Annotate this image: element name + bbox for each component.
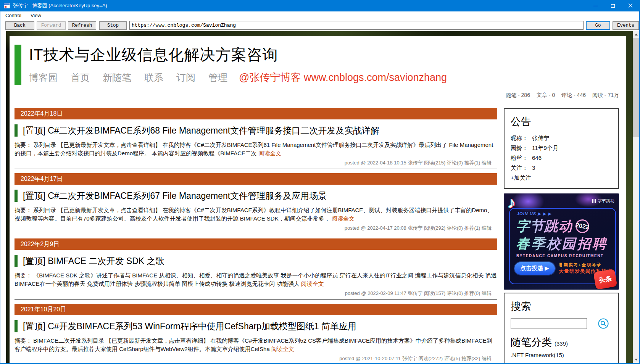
ad-subtitle-en: BYTEDANCE CAMPUS RECRUITMENT (516, 254, 604, 258)
category-header: 随笔分类 (339) (511, 335, 612, 349)
post-date-header: 2021年10月20日 (15, 304, 497, 315)
announcement-item: 粉丝： 646 (511, 153, 612, 163)
announcement-label: 粉丝： (511, 153, 532, 163)
url-input[interactable] (129, 21, 584, 30)
events-button[interactable]: Events (613, 21, 639, 30)
post-date-header: 2022年2月9日 (15, 238, 497, 250)
post-divider (15, 299, 497, 300)
bytedance-logo-icon (592, 199, 596, 203)
nav-link[interactable]: 博客园 (29, 70, 58, 85)
post-title-link[interactable]: [置顶] C#开发BIMFACE系列53 WinForm程序中使用CefShar… (15, 320, 497, 332)
scroll-thumb[interactable] (633, 38, 639, 137)
bytedance-logo-text: 字节跳动 (598, 198, 614, 204)
announcement-label: 园龄： (511, 143, 532, 153)
ad-cta-button[interactable]: 点击投递 ▶ (514, 262, 555, 275)
scroll-up-icon[interactable] (633, 31, 639, 38)
ad-title-row: 字节跳动 2022 (516, 218, 589, 235)
follow-link[interactable]: +加关注 (511, 173, 612, 183)
title-bar: 张传宁 - 博客园 (AcceleratorKeyUp key=A) (0, 0, 639, 11)
window-controls (587, 0, 639, 11)
post-list: 2022年4月18日 [置顶] C#二次开发BIMFACE系列68 File M… (15, 108, 497, 363)
post-entry: 2022年2月9日 [置顶] BIMFACE 二次开发 SDK 之歌 摘要： 《… (15, 238, 497, 300)
category-item[interactable]: .NET Standard(10) (511, 361, 612, 363)
post-meta: posted @ 2022-02-09 11:47 张传宁 阅读(157) 评论… (15, 290, 497, 296)
go-button[interactable]: Go (586, 21, 610, 30)
announcement-label: 昵称： (511, 133, 532, 143)
maximize-icon (611, 4, 615, 8)
announcement-panel: 公告 昵称： 张传宁 园龄： 11年9个月 (504, 108, 619, 189)
post-title-link[interactable]: [置顶] C#二次开发BIMFACE系列68 File Management文件… (15, 124, 497, 137)
ad-year-badge: 2022 (574, 218, 590, 234)
read-more-link[interactable]: 阅读全文 (258, 150, 281, 156)
ad-title-line1: 字节跳动 (516, 218, 572, 235)
search-row (511, 318, 612, 329)
refresh-button[interactable]: Refresh (68, 21, 96, 30)
scroll-down-icon[interactable] (633, 356, 639, 363)
blog-header: IT技术与企业级信息化解决方案咨询 博客园首页新随笔联系订阅管理 @张传宁博客 … (15, 45, 619, 85)
post-title-link[interactable]: [置顶] BIMFACE 二次开发 SDK 之歌 (15, 255, 497, 267)
post-entry: 2022年4月18日 [置顶] C#二次开发BIMFACE系列68 File M… (15, 108, 497, 169)
bytedance-logo: 字节跳动 (592, 198, 614, 204)
announcement-value: 张传宁 (532, 133, 549, 143)
watermark-text: @张传宁博客 www.cnblogs.com/savionzhang (239, 70, 447, 85)
app-icon (4, 3, 10, 8)
search-icon[interactable] (598, 318, 609, 329)
post-meta: posted @ 2021-10-20 07:11 张传宁 阅读(2272) 评… (15, 356, 497, 362)
menu-bar: Control View (1, 11, 639, 19)
post-summary-text: 摘要： BIMFACE二次开发系列目录 【已更新最新开发文章，点击查看详细】 在… (15, 337, 492, 352)
category-item[interactable]: .NET Framework(15) (511, 351, 612, 360)
announcement-item: 关注： 3 (511, 163, 612, 173)
announcement-value: 646 (532, 153, 542, 163)
maximize-button[interactable] (604, 0, 622, 11)
close-icon (628, 3, 633, 8)
post-date-header: 2022年4月18日 (15, 108, 497, 119)
blog-stats: 随笔 - 286文章 - 0评论 - 446阅读 - 71万 (15, 92, 619, 99)
nav-link[interactable]: 新随笔 (103, 70, 131, 85)
announcement-list: 昵称： 张传宁 园龄： 11年9个月 粉丝： 646 (511, 133, 612, 173)
menu-item-control[interactable]: Control (1, 11, 26, 19)
post-divider (15, 169, 497, 169)
post-divider (15, 234, 497, 234)
toutiao-badge: 头条 (593, 269, 617, 290)
read-more-link[interactable]: 阅读全文 (301, 280, 324, 287)
blog-page: IT技术与企业级信息化解决方案咨询 博客园首页新随笔联系订阅管理 @张传宁博客 … (10, 36, 626, 363)
sidebar: 公告 昵称： 张传宁 园龄： 11年9个月 (504, 108, 619, 363)
post-summary: 摘要： BIMFACE二次开发系列目录 【已更新最新开发文章，点击查看详细】 在… (15, 337, 497, 353)
read-more-link[interactable]: 阅读全文 (271, 346, 294, 352)
category-title: 随笔分类 (511, 335, 552, 349)
nav-link[interactable]: 管理 (208, 70, 227, 85)
ad-promo-line1: 暑期实习+全职补录 (559, 262, 612, 268)
browser-viewport: IT技术与企业级信息化解决方案咨询 博客园首页新随笔联系订阅管理 @张传宁博客 … (6, 31, 639, 363)
close-button[interactable] (622, 0, 639, 11)
category-count: (339) (555, 340, 568, 347)
read-more-link[interactable]: 阅读全文 (332, 215, 355, 222)
post-meta: posted @ 2022-04-17 20:08 张传宁 阅读(292) 评论… (15, 225, 497, 231)
announcement-title: 公告 (511, 115, 612, 129)
post-summary: 摘要： 系列目录 【已更新最新开发文章，点击查看详细】 在我的博客《C#二次开发… (15, 206, 497, 222)
scrollbar[interactable] (633, 31, 639, 363)
ad-banner[interactable]: ♪ 字节跳动 JOIN US ▶ ▶ ▶ 字节跳动 2022 春季校园招聘 BY… (504, 193, 619, 290)
window-title: 张传宁 - 博客园 (AcceleratorKeyUp key=A) (13, 2, 107, 9)
stat-item: 文章 - 0 (537, 92, 555, 99)
post-entry: 2021年10月20日 [置顶] C#开发BIMFACE系列53 WinForm… (15, 304, 497, 363)
blog-nav-row: 博客园首页新随笔联系订阅管理 @张传宁博客 www.cnblogs.com/sa… (29, 70, 619, 85)
browser-toolbar: Back Forward Refresh Stop Go Events (1, 19, 639, 31)
post-entry: 2022年4月17日 [置顶] C#二次开发BIMFACE系列67 File M… (15, 173, 497, 234)
minimize-button[interactable] (587, 0, 604, 11)
search-panel: 搜索 随笔分类 (339) (504, 293, 619, 363)
post-summary-text: 摘要： 系列目录 【已更新最新开发文章，点击查看详细】 在我的博客《C#二次开发… (15, 142, 493, 156)
blog-title[interactable]: IT技术与企业级信息化解决方案咨询 (29, 45, 619, 64)
nav-link[interactable]: 联系 (144, 70, 163, 85)
nav-link[interactable]: 订阅 (176, 70, 195, 85)
announcement-value: 11年9个月 (532, 143, 558, 153)
announcement-item: 昵称： 张传宁 (511, 133, 612, 143)
nav-link[interactable]: 首页 (71, 70, 90, 85)
minimize-icon (593, 6, 598, 6)
post-title-link[interactable]: [置顶] C#二次开发BIMFACE系列67 File Management文件… (15, 190, 497, 202)
back-button[interactable]: Back (5, 21, 34, 30)
stat-item: 随笔 - 286 (506, 92, 530, 99)
announcement-label: 关注： (511, 163, 532, 173)
stop-button[interactable]: Stop (99, 21, 127, 30)
search-input[interactable] (511, 318, 587, 329)
menu-item-view[interactable]: View (26, 11, 46, 19)
